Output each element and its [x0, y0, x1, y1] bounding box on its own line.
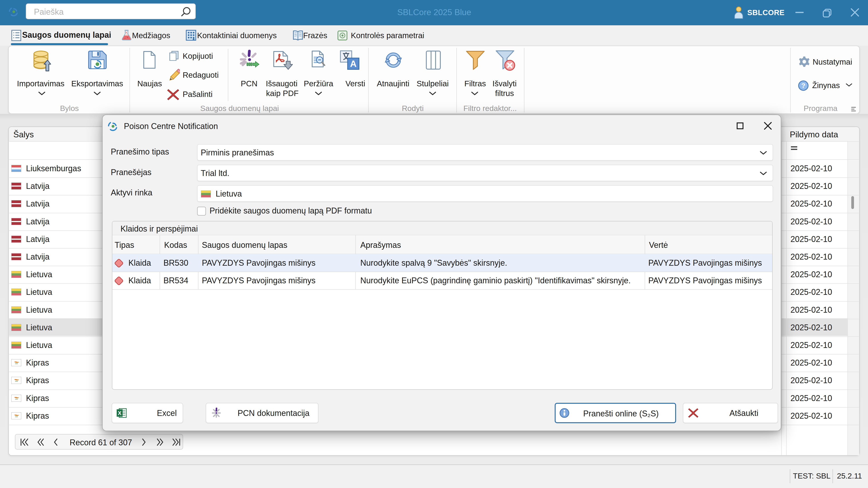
svg-text:?: ? — [801, 82, 805, 89]
svg-text:X: X — [118, 410, 121, 416]
svg-text:A: A — [350, 59, 357, 69]
